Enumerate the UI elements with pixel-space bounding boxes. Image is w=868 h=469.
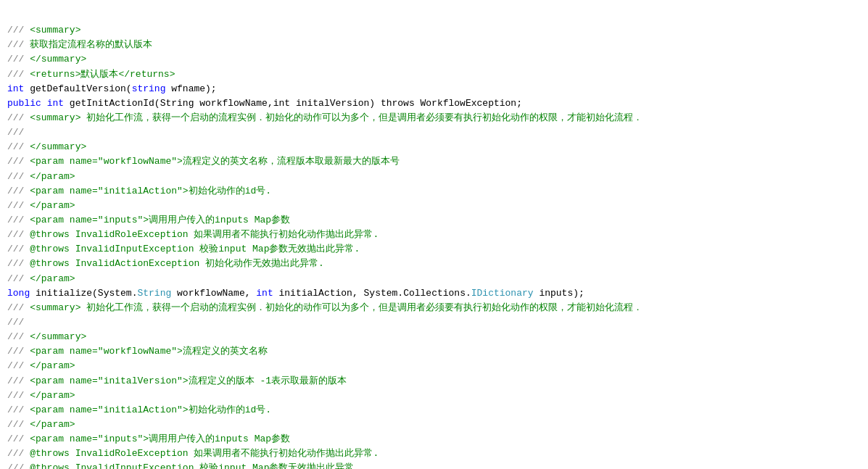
code-line-16: /// @throws InvalidInputException 校验inpu… bbox=[7, 242, 861, 257]
code-line-11: /// </param> bbox=[7, 170, 861, 184]
code-line-12: /// <param name="initialAction">初始化动作的id… bbox=[7, 184, 861, 199]
code-line-2: /// 获取指定流程名称的默认版本 bbox=[7, 38, 861, 52]
code-token: /// bbox=[7, 244, 30, 254]
code-line-26: /// </param> bbox=[7, 389, 861, 403]
code-line-9: /// </summary> bbox=[7, 140, 861, 154]
code-token: 校验input Map参数无效抛出此异常. bbox=[199, 462, 360, 469]
code-token: inputs); bbox=[534, 288, 584, 299]
code-token: @throws InvalidActionException bbox=[30, 258, 205, 269]
code-line-14: /// <param name="inputs">调用用户传入的inputs M… bbox=[7, 213, 861, 228]
code-token: wfname); bbox=[165, 83, 216, 94]
code-line-3: /// </summary> bbox=[7, 52, 861, 67]
code-token: int bbox=[256, 288, 273, 299]
code-token: /// bbox=[7, 69, 30, 80]
code-token: long bbox=[7, 288, 30, 299]
code-token: /// bbox=[7, 112, 30, 123]
code-token: <param name="initialAction"> bbox=[30, 186, 188, 196]
code-token: /// bbox=[7, 462, 30, 469]
code-token: 如果调用者不能执行初始化动作抛出此异常. bbox=[194, 229, 379, 240]
code-token: /// bbox=[7, 419, 30, 430]
code-token: @throws InvalidInputException bbox=[30, 244, 199, 254]
code-token: /// bbox=[7, 39, 30, 50]
code-token: 初始化工作流，获得一个启动的流程实例．初始化的动作可以为多个，但是调用者必须要有… bbox=[80, 302, 642, 313]
code-line-24: /// </param> bbox=[7, 359, 861, 373]
code-line-5: int getDefaultVersion(string wfname); bbox=[7, 82, 861, 96]
code-line-21: /// bbox=[7, 315, 861, 330]
code-token: /// bbox=[7, 404, 30, 415]
code-token: </param> bbox=[30, 419, 75, 430]
code-token: <summary> bbox=[30, 112, 80, 123]
code-line-6: public int getInitActionId(String workfl… bbox=[7, 96, 861, 111]
code-token: 默认版本 bbox=[80, 69, 118, 80]
code-token: initialize(System. bbox=[30, 288, 137, 299]
code-token: int bbox=[7, 83, 24, 94]
code-token: 初始化动作无效抛出此异常. bbox=[205, 258, 324, 269]
code-token: </summary> bbox=[30, 54, 86, 65]
code-line-18: /// </param> bbox=[7, 272, 861, 286]
code-line-20: /// <summary> 初始化工作流，获得一个启动的流程实例．初始化的动作可… bbox=[7, 301, 861, 315]
code-token: 如果调用者不能执行初始化动作抛出此异常. bbox=[194, 448, 379, 459]
code-token: <param name="workflowName"> bbox=[30, 346, 183, 357]
code-token: workflowName, bbox=[171, 288, 256, 299]
code-token: 获取指定流程名称的默认版本 bbox=[30, 39, 152, 50]
code-token: /// bbox=[7, 25, 30, 36]
code-token: <param name="inputs"> bbox=[30, 433, 149, 444]
code-token: /// bbox=[7, 200, 30, 211]
code-token: /// bbox=[7, 302, 30, 313]
code-line-27: /// <param name="initialAction">初始化动作的id… bbox=[7, 403, 861, 418]
code-token: /// bbox=[7, 273, 30, 284]
code-token: /// bbox=[7, 433, 30, 444]
code-token: 流程定义的英文名称，流程版本取最新最大的版本号 bbox=[183, 156, 400, 167]
code-token: getInitActionId(String workflowName,int … bbox=[64, 98, 522, 109]
code-token: </summary> bbox=[30, 141, 86, 152]
code-line-8: /// bbox=[7, 125, 861, 140]
code-token bbox=[41, 98, 47, 109]
code-token: <param name="initialAction"> bbox=[30, 404, 188, 415]
code-token: /// bbox=[7, 54, 30, 65]
code-token: /// bbox=[7, 331, 30, 342]
code-token: /// bbox=[7, 375, 30, 386]
code-token: 调用用户传入的inputs Map参数 bbox=[149, 215, 290, 225]
code-token: 流程定义的版本 -1表示取最新的版本 bbox=[189, 375, 347, 386]
code-token: </param> bbox=[30, 171, 75, 182]
code-view: /// <summary>/// 获取指定流程名称的默认版本/// </summ… bbox=[0, 6, 868, 469]
code-token: /// bbox=[7, 360, 30, 371]
code-line-31: /// @throws InvalidInputException 校验inpu… bbox=[7, 461, 861, 469]
code-token: /// bbox=[7, 171, 30, 182]
code-token: 初始化动作的id号. bbox=[189, 404, 271, 415]
code-token: </param> bbox=[30, 360, 75, 371]
code-token: <param name="inputs"> bbox=[30, 215, 149, 225]
code-token: /// bbox=[7, 141, 30, 152]
code-token: IDictionary bbox=[471, 288, 534, 299]
code-token: /// bbox=[7, 127, 24, 138]
code-token: /// bbox=[7, 448, 30, 459]
code-line-10: /// <param name="workflowName">流程定义的英文名称… bbox=[7, 154, 861, 169]
code-token: getDefaultVersion( bbox=[24, 83, 131, 94]
code-token: public bbox=[7, 98, 41, 109]
code-token: 初始化动作的id号. bbox=[189, 186, 271, 196]
code-token: <param name="workflowName"> bbox=[30, 156, 183, 167]
code-line-22: /// </summary> bbox=[7, 330, 861, 344]
code-line-4: /// <returns>默认版本</returns> bbox=[7, 67, 861, 82]
code-token: @throws InvalidRoleException bbox=[30, 229, 194, 240]
code-token: @throws InvalidRoleException bbox=[30, 448, 194, 459]
code-token: /// bbox=[7, 156, 30, 167]
code-token: /// bbox=[7, 390, 30, 401]
code-token: @throws InvalidInputException bbox=[30, 462, 199, 469]
code-line-19: long initialize(System.String workflowNa… bbox=[7, 286, 861, 301]
code-token: /// bbox=[7, 229, 30, 240]
code-token: 校验input Map参数无效抛出此异常. bbox=[199, 244, 360, 254]
code-token: /// bbox=[7, 258, 30, 269]
code-line-23: /// <param name="workflowName">流程定义的英文名称 bbox=[7, 344, 861, 359]
code-token: </returns> bbox=[118, 69, 175, 80]
code-token: 初始化工作流，获得一个启动的流程实例．初始化的动作可以为多个，但是调用者必须要有… bbox=[80, 112, 642, 123]
code-token: <summary> bbox=[30, 25, 80, 36]
code-line-25: /// <param name="initalVersion">流程定义的版本 … bbox=[7, 374, 861, 389]
code-line-15: /// @throws InvalidRoleException 如果调用者不能… bbox=[7, 228, 861, 242]
code-line-17: /// @throws InvalidActionException 初始化动作… bbox=[7, 257, 861, 271]
code-token: initialAction, System.Collections. bbox=[273, 288, 471, 299]
code-token: </summary> bbox=[30, 331, 86, 342]
code-token: 流程定义的英文名称 bbox=[183, 346, 268, 357]
code-token: /// bbox=[7, 186, 30, 196]
code-token: /// bbox=[7, 317, 24, 328]
